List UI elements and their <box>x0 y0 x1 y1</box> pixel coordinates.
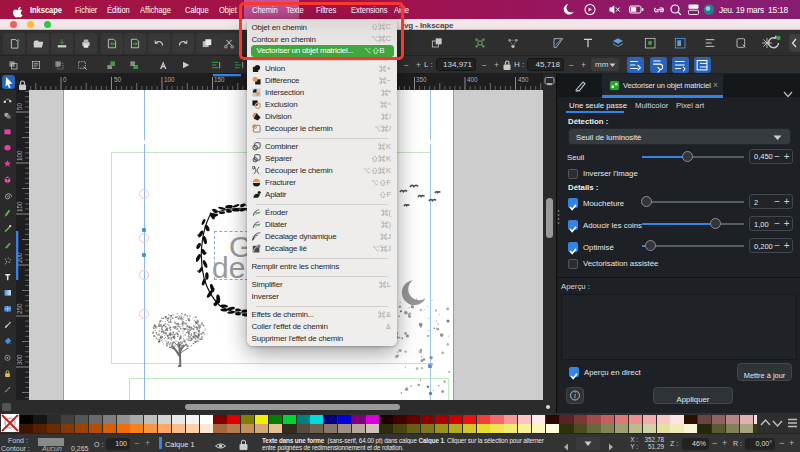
svg-text:250: 250 <box>16 303 23 314</box>
svg-text:50: 50 <box>16 102 23 110</box>
svg-text:300: 300 <box>16 354 23 365</box>
svg-text:i: i <box>574 391 576 400</box>
svg-text:150: 150 <box>16 201 23 212</box>
svg-text:100: 100 <box>164 76 175 83</box>
svg-text:450: 450 <box>518 76 529 83</box>
svg-text:0: 0 <box>63 76 67 83</box>
svg-text:50: 50 <box>114 76 122 83</box>
svg-text:350: 350 <box>416 76 427 83</box>
svg-text:150: 150 <box>214 76 225 83</box>
svg-text:100: 100 <box>16 150 23 161</box>
svg-text:400: 400 <box>467 76 478 83</box>
